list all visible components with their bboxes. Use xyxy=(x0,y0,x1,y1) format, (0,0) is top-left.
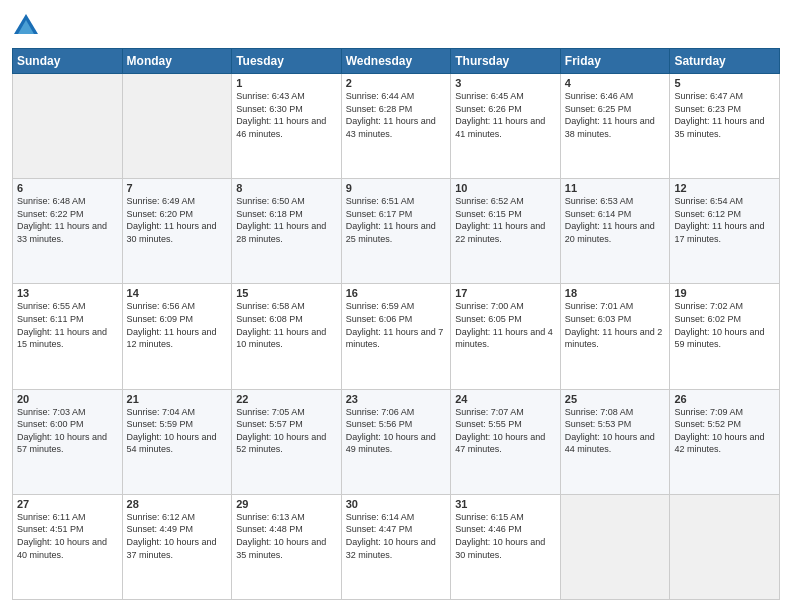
day-cell: 14Sunrise: 6:56 AM Sunset: 6:09 PM Dayli… xyxy=(122,284,232,389)
day-cell: 17Sunrise: 7:00 AM Sunset: 6:05 PM Dayli… xyxy=(451,284,561,389)
day-number: 11 xyxy=(565,182,666,194)
week-row-4: 27Sunrise: 6:11 AM Sunset: 4:51 PM Dayli… xyxy=(13,494,780,599)
day-info: Sunrise: 7:01 AM Sunset: 6:03 PM Dayligh… xyxy=(565,300,666,350)
day-number: 2 xyxy=(346,77,447,89)
day-cell: 1Sunrise: 6:43 AM Sunset: 6:30 PM Daylig… xyxy=(232,74,342,179)
day-number: 13 xyxy=(17,287,118,299)
day-number: 7 xyxy=(127,182,228,194)
day-number: 14 xyxy=(127,287,228,299)
calendar-header: SundayMondayTuesdayWednesdayThursdayFrid… xyxy=(13,49,780,74)
day-info: Sunrise: 7:06 AM Sunset: 5:56 PM Dayligh… xyxy=(346,406,447,456)
day-info: Sunrise: 6:13 AM Sunset: 4:48 PM Dayligh… xyxy=(236,511,337,561)
day-number: 26 xyxy=(674,393,775,405)
day-number: 6 xyxy=(17,182,118,194)
day-cell: 22Sunrise: 7:05 AM Sunset: 5:57 PM Dayli… xyxy=(232,389,342,494)
day-info: Sunrise: 6:12 AM Sunset: 4:49 PM Dayligh… xyxy=(127,511,228,561)
day-number: 31 xyxy=(455,498,556,510)
day-info: Sunrise: 6:59 AM Sunset: 6:06 PM Dayligh… xyxy=(346,300,447,350)
header-row: SundayMondayTuesdayWednesdayThursdayFrid… xyxy=(13,49,780,74)
day-cell: 16Sunrise: 6:59 AM Sunset: 6:06 PM Dayli… xyxy=(341,284,451,389)
day-cell: 4Sunrise: 6:46 AM Sunset: 6:25 PM Daylig… xyxy=(560,74,670,179)
day-number: 17 xyxy=(455,287,556,299)
day-number: 3 xyxy=(455,77,556,89)
header-cell-tuesday: Tuesday xyxy=(232,49,342,74)
day-info: Sunrise: 6:46 AM Sunset: 6:25 PM Dayligh… xyxy=(565,90,666,140)
day-cell: 7Sunrise: 6:49 AM Sunset: 6:20 PM Daylig… xyxy=(122,179,232,284)
day-number: 23 xyxy=(346,393,447,405)
day-cell: 6Sunrise: 6:48 AM Sunset: 6:22 PM Daylig… xyxy=(13,179,123,284)
day-number: 30 xyxy=(346,498,447,510)
day-cell: 12Sunrise: 6:54 AM Sunset: 6:12 PM Dayli… xyxy=(670,179,780,284)
day-cell: 10Sunrise: 6:52 AM Sunset: 6:15 PM Dayli… xyxy=(451,179,561,284)
header-cell-saturday: Saturday xyxy=(670,49,780,74)
page: SundayMondayTuesdayWednesdayThursdayFrid… xyxy=(0,0,792,612)
day-info: Sunrise: 6:15 AM Sunset: 4:46 PM Dayligh… xyxy=(455,511,556,561)
day-info: Sunrise: 6:53 AM Sunset: 6:14 PM Dayligh… xyxy=(565,195,666,245)
day-cell xyxy=(560,494,670,599)
day-info: Sunrise: 6:44 AM Sunset: 6:28 PM Dayligh… xyxy=(346,90,447,140)
day-number: 10 xyxy=(455,182,556,194)
day-cell: 30Sunrise: 6:14 AM Sunset: 4:47 PM Dayli… xyxy=(341,494,451,599)
header-cell-wednesday: Wednesday xyxy=(341,49,451,74)
week-row-1: 6Sunrise: 6:48 AM Sunset: 6:22 PM Daylig… xyxy=(13,179,780,284)
day-info: Sunrise: 6:45 AM Sunset: 6:26 PM Dayligh… xyxy=(455,90,556,140)
day-number: 9 xyxy=(346,182,447,194)
day-cell: 27Sunrise: 6:11 AM Sunset: 4:51 PM Dayli… xyxy=(13,494,123,599)
day-info: Sunrise: 7:07 AM Sunset: 5:55 PM Dayligh… xyxy=(455,406,556,456)
day-number: 27 xyxy=(17,498,118,510)
day-info: Sunrise: 7:03 AM Sunset: 6:00 PM Dayligh… xyxy=(17,406,118,456)
day-info: Sunrise: 7:02 AM Sunset: 6:02 PM Dayligh… xyxy=(674,300,775,350)
header-cell-thursday: Thursday xyxy=(451,49,561,74)
day-number: 22 xyxy=(236,393,337,405)
day-cell: 29Sunrise: 6:13 AM Sunset: 4:48 PM Dayli… xyxy=(232,494,342,599)
day-cell: 19Sunrise: 7:02 AM Sunset: 6:02 PM Dayli… xyxy=(670,284,780,389)
day-cell: 3Sunrise: 6:45 AM Sunset: 6:26 PM Daylig… xyxy=(451,74,561,179)
header-cell-friday: Friday xyxy=(560,49,670,74)
week-row-0: 1Sunrise: 6:43 AM Sunset: 6:30 PM Daylig… xyxy=(13,74,780,179)
day-info: Sunrise: 6:51 AM Sunset: 6:17 PM Dayligh… xyxy=(346,195,447,245)
header-cell-sunday: Sunday xyxy=(13,49,123,74)
day-number: 8 xyxy=(236,182,337,194)
day-cell xyxy=(670,494,780,599)
day-cell: 25Sunrise: 7:08 AM Sunset: 5:53 PM Dayli… xyxy=(560,389,670,494)
day-cell: 8Sunrise: 6:50 AM Sunset: 6:18 PM Daylig… xyxy=(232,179,342,284)
day-number: 29 xyxy=(236,498,337,510)
day-number: 21 xyxy=(127,393,228,405)
day-number: 15 xyxy=(236,287,337,299)
day-info: Sunrise: 7:09 AM Sunset: 5:52 PM Dayligh… xyxy=(674,406,775,456)
day-info: Sunrise: 7:08 AM Sunset: 5:53 PM Dayligh… xyxy=(565,406,666,456)
day-number: 25 xyxy=(565,393,666,405)
day-number: 4 xyxy=(565,77,666,89)
day-number: 24 xyxy=(455,393,556,405)
day-info: Sunrise: 6:14 AM Sunset: 4:47 PM Dayligh… xyxy=(346,511,447,561)
day-info: Sunrise: 7:04 AM Sunset: 5:59 PM Dayligh… xyxy=(127,406,228,456)
header xyxy=(12,12,780,40)
day-cell xyxy=(13,74,123,179)
day-info: Sunrise: 6:11 AM Sunset: 4:51 PM Dayligh… xyxy=(17,511,118,561)
day-cell: 5Sunrise: 6:47 AM Sunset: 6:23 PM Daylig… xyxy=(670,74,780,179)
day-cell: 18Sunrise: 7:01 AM Sunset: 6:03 PM Dayli… xyxy=(560,284,670,389)
day-info: Sunrise: 6:58 AM Sunset: 6:08 PM Dayligh… xyxy=(236,300,337,350)
day-info: Sunrise: 6:47 AM Sunset: 6:23 PM Dayligh… xyxy=(674,90,775,140)
day-number: 20 xyxy=(17,393,118,405)
day-info: Sunrise: 6:50 AM Sunset: 6:18 PM Dayligh… xyxy=(236,195,337,245)
day-info: Sunrise: 6:56 AM Sunset: 6:09 PM Dayligh… xyxy=(127,300,228,350)
day-cell: 9Sunrise: 6:51 AM Sunset: 6:17 PM Daylig… xyxy=(341,179,451,284)
day-cell: 23Sunrise: 7:06 AM Sunset: 5:56 PM Dayli… xyxy=(341,389,451,494)
day-info: Sunrise: 6:54 AM Sunset: 6:12 PM Dayligh… xyxy=(674,195,775,245)
day-number: 19 xyxy=(674,287,775,299)
calendar-table: SundayMondayTuesdayWednesdayThursdayFrid… xyxy=(12,48,780,600)
day-number: 16 xyxy=(346,287,447,299)
day-info: Sunrise: 7:00 AM Sunset: 6:05 PM Dayligh… xyxy=(455,300,556,350)
day-cell: 2Sunrise: 6:44 AM Sunset: 6:28 PM Daylig… xyxy=(341,74,451,179)
header-cell-monday: Monday xyxy=(122,49,232,74)
day-cell: 11Sunrise: 6:53 AM Sunset: 6:14 PM Dayli… xyxy=(560,179,670,284)
day-cell: 31Sunrise: 6:15 AM Sunset: 4:46 PM Dayli… xyxy=(451,494,561,599)
day-cell: 21Sunrise: 7:04 AM Sunset: 5:59 PM Dayli… xyxy=(122,389,232,494)
day-info: Sunrise: 6:48 AM Sunset: 6:22 PM Dayligh… xyxy=(17,195,118,245)
day-info: Sunrise: 6:49 AM Sunset: 6:20 PM Dayligh… xyxy=(127,195,228,245)
day-number: 5 xyxy=(674,77,775,89)
day-cell: 15Sunrise: 6:58 AM Sunset: 6:08 PM Dayli… xyxy=(232,284,342,389)
day-cell xyxy=(122,74,232,179)
day-info: Sunrise: 6:52 AM Sunset: 6:15 PM Dayligh… xyxy=(455,195,556,245)
